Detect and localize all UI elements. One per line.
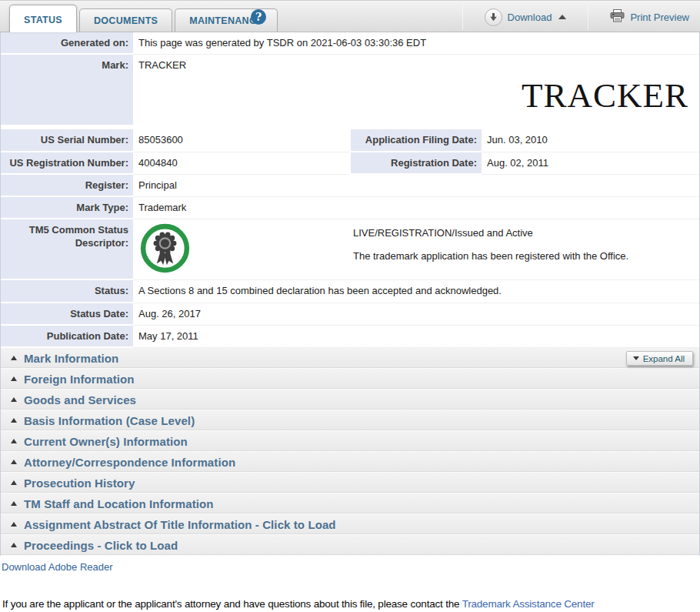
tm5-label: TM5 Common Status Descriptor: bbox=[1, 219, 133, 280]
status-label: Status: bbox=[1, 280, 133, 303]
status-date-value: Aug. 26, 2017 bbox=[133, 303, 699, 326]
status-date-label: Status Date: bbox=[1, 303, 133, 326]
serial-filing-row: US Serial Number: 85053600 Application F… bbox=[1, 129, 699, 152]
section-title: Attorney/Correspondence Information bbox=[24, 456, 235, 469]
section-attorney-correspondence-information[interactable]: Attorney/Correspondence Information bbox=[1, 452, 699, 473]
download-button[interactable]: Download bbox=[474, 8, 578, 26]
mark-label: Mark: bbox=[1, 55, 133, 126]
publication-date-row: Publication Date: May 17, 2011 bbox=[1, 326, 699, 348]
registration-number-label: US Registration Number: bbox=[1, 152, 133, 175]
section-proceedings[interactable]: Proceedings - Click to Load bbox=[1, 535, 699, 556]
register-value: Principal bbox=[133, 175, 699, 197]
toolbar-divider bbox=[462, 4, 463, 30]
contact-paragraph: If you are the applicant or the applican… bbox=[2, 598, 700, 610]
section-goods-and-services[interactable]: Goods and Services bbox=[1, 390, 699, 410]
filing-date-label: Application Filing Date: bbox=[351, 129, 482, 152]
tm5-description: The trademark application has been regis… bbox=[353, 250, 628, 263]
section-title: Assignment Abstract Of Title Information… bbox=[24, 518, 336, 531]
register-row: Register: Principal bbox=[1, 175, 699, 197]
print-preview-button[interactable]: Print Preview bbox=[599, 9, 700, 25]
caret-up-icon bbox=[11, 356, 17, 360]
caret-up-icon bbox=[11, 460, 17, 464]
status-panel: Generated on: This page was generated by… bbox=[0, 32, 700, 556]
registration-number-value: 4004840 bbox=[133, 152, 349, 175]
expand-all-label: Expand All bbox=[643, 354, 685, 363]
tab-status[interactable]: STATUS bbox=[9, 5, 77, 33]
help-icon[interactable]: ? bbox=[251, 9, 266, 25]
section-current-owners-information[interactable]: Current Owner(s) Information bbox=[1, 431, 699, 452]
tm5-row: TM5 Common Status Descriptor: bbox=[1, 219, 699, 280]
serial-label: US Serial Number: bbox=[1, 129, 133, 152]
expand-all-button[interactable]: Expand All bbox=[626, 351, 693, 366]
caret-up-icon bbox=[11, 480, 17, 485]
publication-date-value: May 17, 2011 bbox=[133, 326, 699, 348]
caret-up-icon bbox=[11, 522, 17, 527]
status-value: A Sections 8 and 15 combined declaration… bbox=[133, 280, 699, 303]
section-title: Foreign Information bbox=[24, 373, 135, 386]
generated-value: This page was generated by TSDR on 2021-… bbox=[133, 32, 699, 55]
status-date-row: Status Date: Aug. 26, 2017 bbox=[1, 303, 699, 326]
caret-up-icon bbox=[11, 439, 17, 443]
download-adobe-reader-link[interactable]: Download Adobe Reader bbox=[2, 561, 113, 573]
section-title: Current Owner(s) Information bbox=[24, 435, 188, 448]
download-label: Download bbox=[508, 12, 552, 23]
mark-type-label: Mark Type: bbox=[1, 197, 133, 219]
tab-documents[interactable]: DOCUMENTS bbox=[79, 8, 172, 32]
tab-bar: STATUS DOCUMENTS MAINTENANCE ? Download bbox=[0, 0, 700, 32]
publication-date-label: Publication Date: bbox=[1, 326, 133, 348]
tm5-status-line: LIVE/REGISTRATION/Issued and Active bbox=[353, 227, 628, 239]
section-tm-staff-and-location[interactable]: TM Staff and Location Information bbox=[1, 493, 699, 514]
caret-up-icon bbox=[11, 376, 17, 381]
section-prosecution-history[interactable]: Prosecution History bbox=[1, 473, 699, 493]
section-title: Basis Information (Case Level) bbox=[24, 414, 195, 427]
section-basis-information[interactable]: Basis Information (Case Level) bbox=[1, 410, 699, 431]
section-title: Mark Information bbox=[24, 352, 118, 365]
generated-label: Generated on: bbox=[1, 32, 133, 55]
section-foreign-information[interactable]: Foreign Information bbox=[1, 369, 699, 390]
caret-up-icon bbox=[11, 543, 17, 547]
registration-row: US Registration Number: 4004840 Registra… bbox=[1, 152, 699, 175]
registration-date-label: Registration Date: bbox=[351, 152, 482, 175]
caret-down-icon bbox=[633, 356, 639, 360]
status-row: Status: A Sections 8 and 15 combined dec… bbox=[1, 280, 699, 303]
section-title: Prosecution History bbox=[24, 477, 135, 490]
section-mark-information[interactable]: Mark Information Expand All bbox=[1, 348, 699, 369]
mark-value: TRACKER bbox=[133, 55, 699, 72]
print-preview-label: Print Preview bbox=[630, 12, 689, 23]
caret-up-icon bbox=[558, 15, 566, 19]
caret-up-icon bbox=[11, 501, 17, 506]
tm5-text-block: LIVE/REGISTRATION/Issued and Active The … bbox=[353, 222, 628, 263]
caret-up-icon bbox=[11, 418, 17, 423]
section-title: Proceedings - Click to Load bbox=[24, 539, 178, 552]
tab-group: STATUS DOCUMENTS MAINTENANCE bbox=[9, 0, 280, 32]
serial-value: 85053600 bbox=[133, 129, 349, 152]
registration-date-value: Aug. 02, 2011 bbox=[482, 152, 699, 175]
mark-row: Mark: TRACKER TRACKER bbox=[1, 55, 699, 126]
toolbar: Download Print Preview bbox=[452, 1, 700, 33]
section-title: TM Staff and Location Information bbox=[24, 497, 214, 510]
mark-type-row: Mark Type: Trademark bbox=[1, 197, 699, 219]
toolbar-divider bbox=[588, 4, 588, 30]
contact-text: If you are the applicant or the applican… bbox=[2, 598, 462, 610]
filing-date-value: Jun. 03, 2010 bbox=[482, 129, 699, 152]
mark-image: TRACKER bbox=[133, 72, 699, 121]
caret-up-icon bbox=[11, 397, 17, 402]
trademark-assistance-center-link[interactable]: Trademark Assistance Center bbox=[462, 598, 595, 610]
mark-type-value: Trademark bbox=[133, 197, 699, 219]
printer-icon bbox=[610, 9, 625, 25]
section-assignment-abstract[interactable]: Assignment Abstract Of Title Information… bbox=[1, 514, 699, 535]
generated-row: Generated on: This page was generated by… bbox=[1, 32, 699, 55]
award-ribbon-icon bbox=[139, 222, 191, 274]
download-icon bbox=[485, 8, 502, 26]
register-label: Register: bbox=[1, 175, 133, 197]
section-title: Goods and Services bbox=[24, 393, 136, 406]
